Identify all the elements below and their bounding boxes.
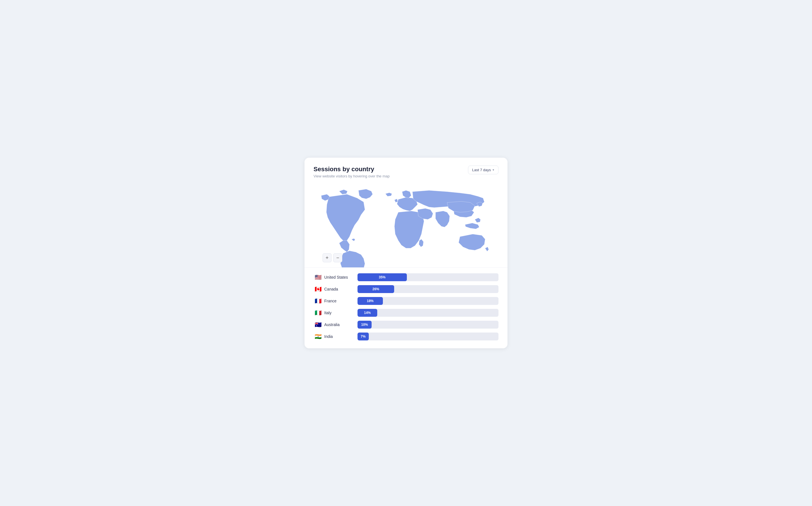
- title-group: Sessions by country View website visitor…: [313, 166, 390, 178]
- country-name: France: [324, 299, 355, 303]
- table-row: 🇨🇦Canada26%: [313, 285, 499, 293]
- country-stats: 🇺🇸United States35%🇨🇦Canada26%🇫🇷France18%…: [304, 268, 508, 348]
- zoom-in-button[interactable]: +: [322, 253, 331, 262]
- bar-label: 35%: [379, 275, 385, 279]
- bar-fill: 35%: [358, 273, 407, 281]
- bar-fill: 18%: [358, 297, 383, 305]
- card-title: Sessions by country: [313, 166, 390, 173]
- bar-fill: 7%: [358, 333, 369, 340]
- bar-track: 35%: [358, 273, 499, 281]
- bar-label: 18%: [367, 299, 374, 303]
- card-top: Sessions by country View website visitor…: [304, 158, 508, 267]
- bar-label: 14%: [364, 311, 371, 315]
- table-row: 🇮🇳India7%: [313, 333, 499, 340]
- zoom-controls: + −: [322, 253, 342, 262]
- header-row: Sessions by country View website visitor…: [313, 166, 499, 178]
- chevron-down-icon: ▾: [493, 168, 494, 172]
- world-map: + −: [313, 183, 499, 267]
- country-flag: 🇮🇹: [313, 310, 322, 316]
- country-flag: 🇨🇦: [313, 286, 322, 292]
- country-name: Italy: [324, 311, 355, 315]
- date-range-dropdown[interactable]: Last 7 days ▾: [468, 166, 499, 174]
- sessions-by-country-card: Sessions by country View website visitor…: [304, 158, 508, 348]
- bar-fill: 26%: [358, 285, 394, 293]
- country-flag: 🇦🇺: [313, 321, 322, 328]
- table-row: 🇫🇷France18%: [313, 297, 499, 305]
- bar-track: 26%: [358, 285, 499, 293]
- country-name: United States: [324, 275, 355, 279]
- card-subtitle: View website visitors by hovering over t…: [313, 174, 390, 178]
- country-flag: 🇮🇳: [313, 333, 322, 340]
- bar-label: 7%: [361, 335, 366, 338]
- country-name: India: [324, 334, 355, 339]
- dropdown-label: Last 7 days: [472, 168, 491, 172]
- country-name: Australia: [324, 322, 355, 327]
- bar-fill: 14%: [358, 309, 377, 317]
- bar-label: 26%: [373, 287, 379, 291]
- country-name: Canada: [324, 287, 355, 291]
- bar-label: 10%: [361, 323, 368, 327]
- zoom-out-button[interactable]: −: [333, 253, 342, 262]
- bar-fill: 10%: [358, 321, 372, 329]
- bar-track: 18%: [358, 297, 499, 305]
- bar-track: 10%: [358, 321, 499, 329]
- table-row: 🇮🇹Italy14%: [313, 309, 499, 317]
- bar-track: 7%: [358, 333, 499, 340]
- country-flag: 🇫🇷: [313, 298, 322, 304]
- bar-track: 14%: [358, 309, 499, 317]
- table-row: 🇦🇺Australia10%: [313, 321, 499, 329]
- country-flag: 🇺🇸: [313, 274, 322, 281]
- table-row: 🇺🇸United States35%: [313, 273, 499, 281]
